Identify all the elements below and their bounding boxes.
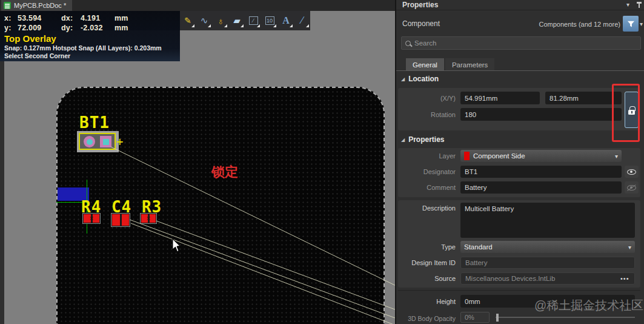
type-dropdown[interactable]: Standard ▾ — [460, 241, 635, 253]
properties-section-title: Properties — [408, 135, 444, 144]
pcb-editor-window: MyPCB.PcbDoc * BT1 + R4 C4 R3 ✕ ✕ — [0, 0, 644, 324]
hud-y-value: 72.009 — [18, 23, 61, 33]
chevron-down-icon: ▾ — [615, 153, 618, 160]
height-label: Height — [396, 298, 456, 305]
funnel-icon — [627, 20, 635, 28]
type-label: Type — [396, 243, 456, 251]
description-label: Description — [396, 204, 456, 212]
3d-body-opacity-field[interactable]: 0% — [460, 312, 490, 323]
pcb-document-icon — [4, 2, 11, 9]
eye-off-icon — [627, 185, 636, 191]
opacity-slider-track[interactable] — [496, 317, 635, 318]
tab-parameters[interactable]: Parameters — [445, 58, 494, 71]
hud-status-prompt: Select Second Corner — [4, 52, 180, 60]
location-x-field[interactable]: 54.991mm — [460, 92, 540, 104]
source-label: Source — [396, 275, 456, 282]
location-lock-button[interactable] — [625, 92, 639, 128]
document-tab-bar: MyPCB.PcbDoc * — [0, 0, 395, 11]
hud-dy-value: -2.032 — [81, 23, 115, 33]
designator-field[interactable]: BT1 — [460, 166, 622, 178]
lock-icon — [628, 110, 635, 115]
properties-section-header[interactable]: ◢ Properties — [401, 135, 445, 144]
selected-object-type: Component — [402, 19, 440, 28]
comment-field[interactable]: Battery — [460, 181, 622, 194]
hud-x-value: 53.594 — [18, 13, 61, 23]
hud-snap-info: Snap: 0.127mm Hotspot Snap (All Layers):… — [4, 44, 180, 52]
filter-dropdown-caret-icon[interactable]: ▾ — [640, 21, 643, 27]
chevron-down-icon: ▾ — [628, 244, 631, 251]
comment-label: Comment — [396, 184, 456, 191]
mouse-cursor — [172, 239, 182, 252]
collapse-triangle-icon: ◢ — [401, 137, 405, 143]
eye-icon — [627, 169, 636, 175]
document-tab[interactable]: MyPCB.PcbDoc * — [1, 0, 72, 11]
description-field[interactable]: Multicell Battery — [460, 203, 635, 238]
collapse-triangle-icon: ◢ — [401, 76, 405, 82]
hud-dx-value: 4.191 — [81, 13, 115, 23]
type-value: Standard — [464, 243, 493, 251]
divider — [396, 70, 644, 71]
source-browse-button[interactable]: ••• — [620, 275, 629, 282]
divider — [398, 290, 640, 291]
hud-y-unit: mm — [115, 23, 133, 33]
divider — [396, 10, 644, 10]
source-field: Miscellaneous Devices.IntLib — [460, 272, 635, 285]
hud-x-unit: mm — [115, 13, 133, 23]
search-input[interactable] — [414, 39, 637, 47]
document-tab-title: MyPCB.PcbDoc * — [14, 2, 66, 9]
layer-dropdown[interactable]: Component Side ▾ — [460, 150, 622, 162]
hud-y-label: y: — [4, 23, 18, 33]
designator-label: Designator — [396, 168, 456, 175]
layer-color-swatch — [464, 152, 470, 160]
properties-panel: Properties ▾ Component Components (and 1… — [395, 0, 644, 324]
hud-dy-label: dy: — [61, 23, 81, 33]
search-box[interactable] — [401, 36, 641, 50]
design-item-id-field: Battery — [460, 257, 635, 269]
xy-label: (X/Y) — [396, 95, 456, 102]
location-section-title: Location — [408, 75, 439, 83]
panel-title: Properties — [402, 1, 438, 9]
hud-dx-label: dx: — [61, 13, 81, 23]
3d-body-opacity-label: 3D Body Opacity — [396, 315, 456, 322]
heads-up-display: x: 53.594 dx: 4.191 mm y: 72.009 dy: -2.… — [0, 11, 180, 61]
design-item-id-label: Design Item ID — [396, 259, 456, 266]
location-y-field[interactable]: 81.28mm — [545, 92, 622, 104]
layer-value: Component Side — [473, 152, 525, 160]
location-section-header[interactable]: ◢ Location — [401, 75, 439, 83]
rotation-field[interactable]: 180 — [460, 108, 622, 121]
designator-visibility-button[interactable] — [625, 166, 639, 178]
rotation-label: Rotation — [396, 111, 456, 118]
search-icon — [405, 41, 411, 46]
tab-general[interactable]: General — [406, 58, 444, 71]
layer-label: Layer — [396, 152, 456, 160]
pcb-canvas[interactable]: BT1 + R4 C4 R3 ✕ ✕ 锁定 ✎ ∿ ♁ ▰ ∕ 10 A ∕ — [0, 11, 395, 324]
selection-filter-scope: Components (and 12 more) — [487, 21, 620, 28]
comment-visibility-button[interactable] — [625, 181, 639, 194]
panel-pin-icon[interactable] — [637, 2, 642, 4]
panel-menu-caret-icon[interactable]: ▾ — [626, 1, 629, 8]
opacity-slider-thumb[interactable] — [496, 314, 499, 322]
panel-tabs: General Parameters — [406, 58, 494, 71]
hud-active-layer: Top Overlay — [4, 33, 180, 44]
selection-filter-button[interactable] — [623, 16, 639, 32]
height-field[interactable]: 0mm — [460, 295, 635, 308]
hud-x-label: x: — [4, 13, 18, 23]
